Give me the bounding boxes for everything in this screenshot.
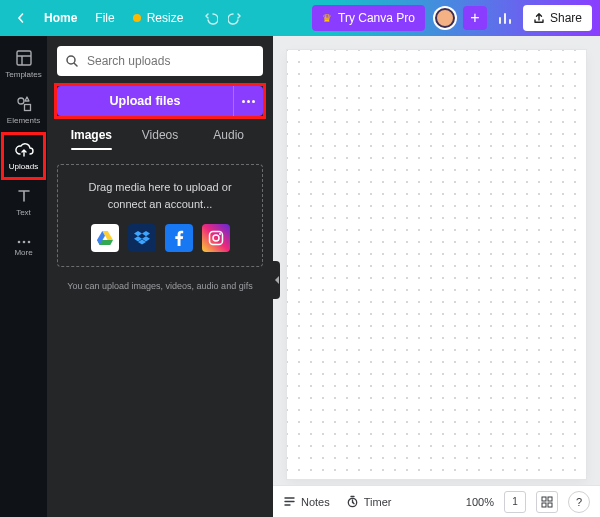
try-pro-button[interactable]: ♛ Try Canva Pro bbox=[312, 5, 425, 31]
page-count: 1 bbox=[512, 496, 518, 507]
svg-rect-2 bbox=[24, 105, 30, 111]
tab-images[interactable]: Images bbox=[57, 128, 126, 150]
svg-point-9 bbox=[219, 233, 221, 235]
dropbox-icon bbox=[134, 231, 150, 245]
redo-button[interactable] bbox=[223, 6, 247, 30]
insights-button[interactable] bbox=[493, 6, 517, 30]
svg-rect-13 bbox=[542, 503, 546, 507]
tab-videos[interactable]: Videos bbox=[126, 128, 195, 150]
dropzone-line1: Drag media here to upload or bbox=[66, 179, 254, 196]
connect-facebook[interactable] bbox=[165, 224, 193, 252]
svg-point-3 bbox=[17, 241, 20, 244]
svg-rect-11 bbox=[542, 497, 546, 501]
timer-label: Timer bbox=[364, 496, 392, 508]
google-drive-icon bbox=[97, 231, 113, 245]
body: Templates Elements Uploads Text More bbox=[0, 36, 600, 517]
undo-icon bbox=[204, 11, 218, 25]
grid-icon bbox=[541, 496, 553, 508]
dropzone-line2: connect an account... bbox=[66, 196, 254, 213]
svg-point-8 bbox=[213, 235, 219, 241]
undo-button[interactable] bbox=[199, 6, 223, 30]
rail-label-uploads: Uploads bbox=[9, 162, 38, 171]
rail-item-templates[interactable]: Templates bbox=[3, 42, 44, 86]
crown-dot-icon bbox=[133, 14, 141, 22]
home-button[interactable]: Home bbox=[36, 5, 85, 31]
upload-arrow-icon bbox=[533, 12, 545, 24]
notes-label: Notes bbox=[301, 496, 330, 508]
tab-images-label: Images bbox=[71, 128, 112, 142]
connect-dropbox[interactable] bbox=[128, 224, 156, 252]
add-button[interactable]: + bbox=[463, 6, 487, 30]
redo-icon bbox=[228, 11, 242, 25]
upload-dropzone[interactable]: Drag media here to upload or connect an … bbox=[57, 164, 263, 267]
bottom-bar: Notes Timer 100% 1 ? bbox=[273, 485, 600, 517]
elements-icon bbox=[15, 95, 33, 113]
plus-icon: + bbox=[470, 9, 479, 27]
tab-audio-label: Audio bbox=[213, 128, 244, 142]
rail-item-text[interactable]: Text bbox=[3, 180, 44, 224]
upload-hint: You can upload images, videos, audio and… bbox=[57, 281, 263, 291]
share-button[interactable]: Share bbox=[523, 5, 592, 31]
search-icon bbox=[65, 54, 79, 68]
svg-rect-14 bbox=[548, 503, 552, 507]
timer-button[interactable]: Timer bbox=[346, 495, 392, 508]
try-pro-label: Try Canva Pro bbox=[338, 11, 415, 25]
file-label: File bbox=[95, 11, 114, 25]
connect-instagram[interactable] bbox=[202, 224, 230, 252]
dot-icon bbox=[247, 100, 250, 103]
templates-icon bbox=[15, 49, 33, 67]
top-bar: Home File Resize ♛ Try Canva Pro + Share bbox=[0, 0, 600, 36]
cloud-upload-icon bbox=[14, 141, 34, 159]
rail-label-text: Text bbox=[16, 208, 31, 217]
tab-videos-label: Videos bbox=[142, 128, 178, 142]
bar-chart-icon bbox=[497, 10, 513, 26]
notes-icon bbox=[283, 495, 296, 508]
text-icon bbox=[15, 187, 33, 205]
search-input[interactable] bbox=[87, 54, 255, 68]
upload-files-button[interactable]: Upload files bbox=[57, 86, 233, 116]
rail-label-more: More bbox=[14, 248, 32, 257]
more-icon bbox=[15, 239, 33, 245]
svg-point-1 bbox=[18, 98, 24, 104]
rail-item-uploads[interactable]: Uploads bbox=[3, 134, 44, 178]
design-page[interactable] bbox=[287, 50, 586, 479]
page-manager-button[interactable]: 1 bbox=[504, 491, 526, 513]
rail-item-elements[interactable]: Elements bbox=[3, 88, 44, 132]
help-button[interactable]: ? bbox=[568, 491, 590, 513]
uploads-panel: Upload files Images Videos Audio Drag me… bbox=[47, 36, 273, 517]
resize-label: Resize bbox=[147, 11, 184, 25]
connect-google-drive[interactable] bbox=[91, 224, 119, 252]
help-icon: ? bbox=[576, 496, 582, 508]
svg-rect-12 bbox=[548, 497, 552, 501]
search-uploads[interactable] bbox=[57, 46, 263, 76]
canvas-viewport[interactable] bbox=[273, 36, 600, 485]
svg-point-5 bbox=[27, 241, 30, 244]
notes-button[interactable]: Notes bbox=[283, 495, 330, 508]
tab-audio[interactable]: Audio bbox=[194, 128, 263, 150]
back-button[interactable] bbox=[8, 5, 34, 31]
app-root: Home File Resize ♛ Try Canva Pro + Share bbox=[0, 0, 600, 517]
timer-icon bbox=[346, 495, 359, 508]
home-label: Home bbox=[44, 11, 77, 25]
canvas-area: Notes Timer 100% 1 ? bbox=[273, 36, 600, 517]
avatar-image bbox=[435, 8, 455, 28]
rail-label-elements: Elements bbox=[7, 116, 40, 125]
rail-item-more[interactable]: More bbox=[3, 226, 44, 270]
panel-collapse-handle[interactable] bbox=[273, 261, 280, 299]
dropzone-text: Drag media here to upload or connect an … bbox=[66, 179, 254, 212]
upload-more-button[interactable] bbox=[233, 86, 263, 116]
side-rail: Templates Elements Uploads Text More bbox=[0, 36, 47, 517]
facebook-icon bbox=[174, 230, 184, 246]
upload-files-label: Upload files bbox=[110, 94, 181, 108]
connect-accounts bbox=[66, 224, 254, 252]
crown-icon: ♛ bbox=[322, 12, 332, 25]
share-label: Share bbox=[550, 11, 582, 25]
avatar[interactable] bbox=[433, 6, 457, 30]
file-menu[interactable]: File bbox=[87, 5, 122, 31]
resize-button[interactable]: Resize bbox=[125, 5, 192, 31]
instagram-icon bbox=[208, 230, 224, 246]
svg-rect-0 bbox=[17, 51, 31, 65]
zoom-level[interactable]: 100% bbox=[466, 496, 494, 508]
dot-icon bbox=[242, 100, 245, 103]
grid-view-button[interactable] bbox=[536, 491, 558, 513]
